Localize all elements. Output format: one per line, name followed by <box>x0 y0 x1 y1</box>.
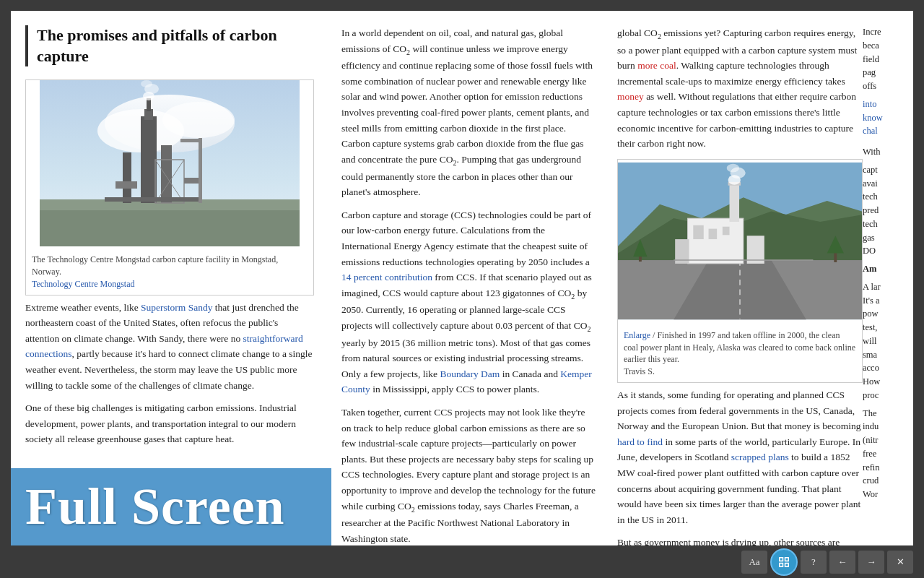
close-button[interactable]: ✕ <box>887 551 913 574</box>
svg-rect-29 <box>688 218 744 264</box>
col-right: global CO2 emissions yet? Capturing carb… <box>610 25 863 545</box>
boundary-dam-link[interactable]: Boundary Dam <box>440 368 500 379</box>
col-mid: In a world dependent on oil, coal, and n… <box>328 25 610 545</box>
right-p1: global CO2 emissions yet? Capturing carb… <box>617 25 863 152</box>
fullscreen-overlay[interactable]: Full Screen <box>11 468 331 545</box>
straightforward-link[interactable]: straightforward connections <box>25 333 303 360</box>
fullscreen-button[interactable] <box>770 548 798 576</box>
far-right-p2: intoknowchal <box>863 98 899 138</box>
healy-image-box: Enlarge / Finished in 1997 and taken off… <box>617 159 863 383</box>
svg-rect-31 <box>730 184 740 222</box>
bottom-toolbar: Aa ? ← → ✕ <box>0 545 924 578</box>
svg-rect-5 <box>40 210 300 246</box>
left-p2: One of these big challenges is mitigatin… <box>25 400 314 447</box>
hard-to-find-link[interactable]: hard to find <box>617 436 663 447</box>
svg-rect-19 <box>105 197 199 202</box>
help-button[interactable]: ? <box>801 551 827 574</box>
svg-point-35 <box>727 164 739 173</box>
mongstad-caption: The Technology Centre Mongstad carbon ca… <box>26 249 313 294</box>
right-p3: But as government money is drying up, ot… <box>617 535 863 545</box>
svg-rect-46 <box>780 557 783 561</box>
svg-rect-48 <box>780 563 783 566</box>
mid-p3: Taken together, current CCS projects may… <box>341 405 597 545</box>
svg-rect-36 <box>693 225 703 239</box>
far-right-p5: A larIt's apowtest,willsmaaccoHowproc <box>863 280 899 402</box>
article-title: The promises and pitfalls of carbon capt… <box>25 25 314 66</box>
svg-rect-37 <box>709 228 718 238</box>
enlarge-link[interactable]: Enlarge <box>624 330 650 340</box>
mid-p2: Carbon capture and storage (CCS) technol… <box>341 207 597 397</box>
far-right-p4: captavaitechpredtechgasDO <box>863 163 899 258</box>
far-right-p1: Increbecafieldpagoffs <box>863 25 899 93</box>
far-right-p6: Theindu(nitrfreerefincrudWor <box>863 407 899 501</box>
right-p2: As it stands, some funding for operating… <box>617 387 863 527</box>
healy-image <box>618 160 862 322</box>
scrapped-plans-link[interactable]: scrapped plans <box>731 452 789 462</box>
far-right-p3: With <box>863 145 899 159</box>
healy-credit: Travis S. <box>624 366 655 376</box>
svg-rect-39 <box>747 236 764 264</box>
fourteen-pct-link[interactable]: 14 percent contribution <box>341 272 432 282</box>
svg-rect-49 <box>785 563 789 566</box>
left-p1: Extreme weather events, like Superstorm … <box>25 300 314 394</box>
article-container: The promises and pitfalls of carbon capt… <box>11 11 913 545</box>
far-right-section: Am <box>863 262 899 276</box>
back-button[interactable]: ← <box>829 551 855 574</box>
svg-point-3 <box>162 102 235 138</box>
superstorm-link[interactable]: Superstorm Sandy <box>141 302 212 313</box>
mongstad-link[interactable]: Technology Centre Mongstad <box>32 279 134 289</box>
article-body: The promises and pitfalls of carbon capt… <box>11 11 913 545</box>
fullscreen-icon <box>779 556 789 569</box>
healy-caption: Enlarge / Finished in 1997 and taken off… <box>618 325 862 382</box>
mid-p1: In a world dependent on oil, coal, and n… <box>341 25 597 200</box>
svg-rect-13 <box>123 152 131 203</box>
svg-point-11 <box>141 80 152 87</box>
svg-rect-12 <box>161 145 172 203</box>
healy-caption-text: / Finished in 1997 and taken offline in … <box>624 330 855 365</box>
svg-rect-38 <box>723 227 730 236</box>
mongstad-image <box>26 80 313 246</box>
font-size-button[interactable]: Aa <box>741 551 767 574</box>
svg-rect-20 <box>199 138 202 203</box>
forward-button[interactable]: → <box>858 551 884 574</box>
col-left: The promises and pitfalls of carbon capt… <box>25 25 328 545</box>
fullscreen-label: Full Screen <box>25 477 285 537</box>
svg-rect-17 <box>116 181 137 189</box>
svg-rect-47 <box>785 557 789 561</box>
col-far-right: Increbecafieldpagoffs intoknowchal With … <box>863 25 899 545</box>
svg-rect-6 <box>141 116 157 203</box>
mongstad-image-box: The Technology Centre Mongstad carbon ca… <box>25 79 314 295</box>
